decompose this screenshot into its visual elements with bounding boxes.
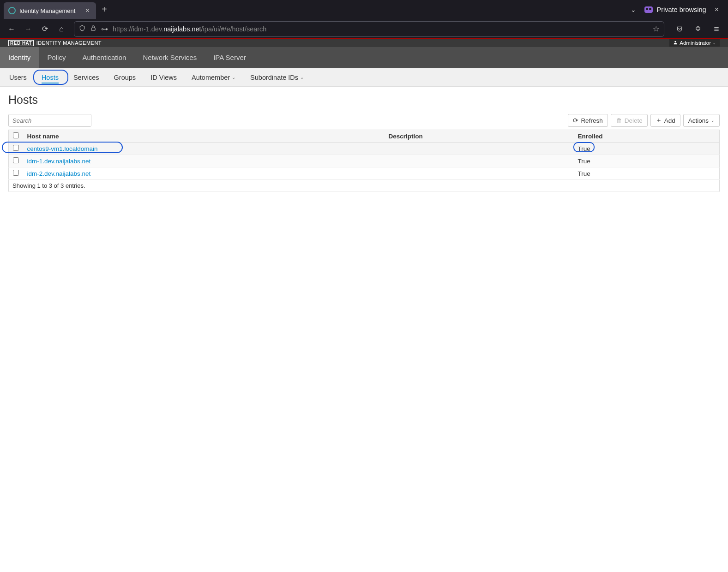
chevron-down-icon: ⌄ (713, 41, 716, 45)
forward-button[interactable]: → (21, 22, 35, 36)
column-header-description[interactable]: Description (385, 130, 574, 143)
plus-icon: ＋ (656, 116, 662, 125)
address-bar: ← → ⟳ ⌂ ⊶ https://idm-1.dev.naijalabs.ne… (0, 19, 728, 39)
cell-description (385, 167, 574, 180)
bookmark-star-icon[interactable]: ☆ (653, 24, 659, 33)
url-text: https://idm-1.dev.naijalabs.net/ipa/ui/#… (113, 25, 648, 33)
extensions-icon[interactable] (691, 22, 705, 36)
app-banner: RED HAT IDENTITY MANAGEMENT Administrato… (0, 39, 728, 47)
page-title: Hosts (8, 93, 720, 107)
sub-nav-label: Hosts (42, 74, 59, 81)
brand-product: IDENTITY MANAGEMENT (36, 40, 102, 46)
host-link[interactable]: idm-2.dev.naijalabs.net (27, 170, 91, 177)
action-buttons: ⟳ Refresh 🗑 Delete ＋ Add Actions ⌄ (568, 114, 720, 127)
tab-bar: Identity Management × + ⌄ Private browsi… (0, 0, 728, 19)
sub-nav-label: ID Views (150, 74, 177, 81)
button-label: Delete (625, 117, 643, 124)
sub-nav-hosts[interactable]: Hosts (34, 68, 66, 86)
table-header-row: Host name Description Enrolled (9, 130, 720, 143)
main-nav-label: IPA Server (213, 54, 246, 61)
main-nav: Identity Policy Authentication Network S… (0, 47, 728, 68)
button-label: Add (664, 117, 675, 124)
refresh-icon: ⟳ (573, 117, 578, 124)
actions-button[interactable]: Actions ⌄ (683, 114, 720, 127)
select-all-checkbox[interactable] (13, 132, 19, 138)
shield-icon[interactable] (79, 25, 85, 33)
private-browsing-badge: Private browsing (644, 6, 706, 13)
sub-nav: Users Hosts Services Groups ID Views Aut… (0, 68, 728, 87)
cell-enrolled: True (574, 167, 720, 180)
user-menu-label: Administrator (680, 40, 711, 46)
button-label: Actions (688, 117, 709, 124)
host-link[interactable]: idm-1.dev.naijalabs.net (27, 158, 91, 165)
cell-enrolled: True (574, 143, 720, 155)
column-header-enrolled[interactable]: Enrolled (574, 130, 720, 143)
main-nav-authentication[interactable]: Authentication (74, 47, 134, 68)
browser-tab[interactable]: Identity Management × (4, 2, 96, 19)
home-button[interactable]: ⌂ (54, 22, 68, 36)
row-checkbox[interactable] (13, 157, 19, 163)
main-nav-policy[interactable]: Policy (39, 47, 74, 68)
sub-nav-label: Services (73, 74, 99, 81)
table-row: idm-1.dev.naijalabs.net True (9, 155, 720, 167)
trash-icon: 🗑 (616, 117, 622, 124)
user-menu[interactable]: Administrator ⌄ (669, 39, 720, 47)
new-tab-button[interactable]: + (96, 4, 113, 15)
host-link[interactable]: centos9-vm1.localdomain (27, 145, 98, 152)
sub-nav-users[interactable]: Users (2, 68, 34, 86)
brand: RED HAT IDENTITY MANAGEMENT (8, 40, 102, 46)
tab-favicon (8, 7, 16, 14)
delete-button[interactable]: 🗑 Delete (611, 114, 648, 127)
search-input[interactable] (9, 114, 91, 126)
url-host: naijalabs.net (163, 25, 201, 33)
row-checkbox[interactable] (13, 170, 19, 176)
brand-redhat: RED HAT (8, 40, 34, 46)
sub-nav-label: Subordinate IDs (250, 74, 298, 81)
sub-nav-label: Groups (114, 74, 136, 81)
main-nav-label: Authentication (82, 54, 126, 61)
browser-chrome: Identity Management × + ⌄ Private browsi… (0, 0, 728, 39)
column-header-hostname[interactable]: Host name (24, 130, 385, 143)
window-close-icon[interactable]: × (715, 6, 719, 14)
lock-icon[interactable] (90, 25, 96, 33)
main-nav-label: Network Services (143, 54, 197, 61)
url-prefix: https://idm-1.dev. (113, 25, 163, 33)
tabs-overflow-icon[interactable]: ⌄ (631, 6, 636, 13)
row-checkbox[interactable] (13, 145, 19, 151)
chevron-down-icon: ⌄ (300, 75, 304, 80)
toolbar: ⟳ Refresh 🗑 Delete ＋ Add Actions ⌄ (8, 114, 720, 127)
chevron-down-icon: ⌄ (711, 118, 715, 123)
sub-nav-groups[interactable]: Groups (107, 68, 144, 86)
main-nav-network-services[interactable]: Network Services (134, 47, 205, 68)
main-nav-label: Identity (8, 54, 30, 61)
url-box[interactable]: ⊶ https://idm-1.dev.naijalabs.net/ipa/ui… (74, 21, 664, 37)
private-browsing-label: Private browsing (656, 6, 706, 13)
table-row: centos9-vm1.localdomain True (9, 143, 720, 155)
refresh-button[interactable]: ⟳ Refresh (568, 114, 608, 127)
sub-nav-services[interactable]: Services (66, 68, 107, 86)
permissions-icon[interactable]: ⊶ (101, 25, 108, 33)
table-footer: Showing 1 to 3 of 3 entries. (9, 180, 720, 192)
table-footer-text: Showing 1 to 3 of 3 entries. (9, 180, 720, 192)
mask-icon (644, 6, 653, 13)
url-path: /ipa/ui/#/e/host/search (201, 25, 267, 33)
svg-point-4 (675, 41, 676, 42)
close-tab-icon[interactable]: × (84, 6, 91, 15)
cell-enrolled: True (574, 155, 720, 167)
content-area: Hosts ⟳ Refresh 🗑 Delete ＋ Add Actions (0, 87, 728, 192)
main-nav-label: Policy (47, 54, 66, 61)
cell-description (385, 143, 574, 155)
user-icon (673, 40, 678, 46)
main-nav-ipa-server[interactable]: IPA Server (205, 47, 254, 68)
sub-nav-subordinate-ids[interactable]: Subordinate IDs⌄ (243, 68, 311, 86)
sub-nav-automember[interactable]: Automember⌄ (184, 68, 243, 86)
back-button[interactable]: ← (5, 22, 18, 36)
add-button[interactable]: ＋ Add (650, 114, 680, 127)
menu-icon[interactable] (710, 22, 723, 36)
pocket-icon[interactable] (673, 22, 686, 36)
search-box (8, 114, 91, 127)
reload-button[interactable]: ⟳ (38, 22, 52, 36)
sub-nav-label: Users (9, 74, 27, 81)
sub-nav-id-views[interactable]: ID Views (143, 68, 184, 86)
main-nav-identity[interactable]: Identity (0, 47, 39, 68)
